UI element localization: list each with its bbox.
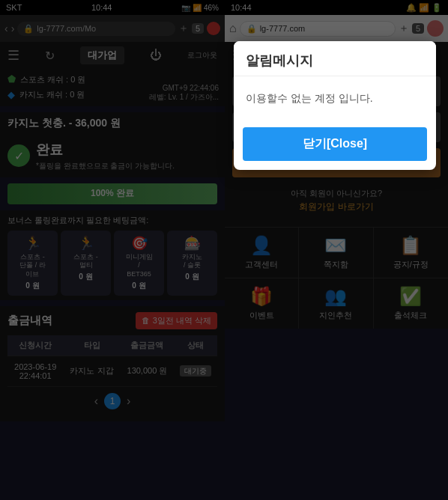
modal-message: 이용할수 없는 계정 입니다. <box>246 92 373 106</box>
modal-body: 이용할수 없는 계정 입니다. <box>234 76 436 121</box>
modal-footer: 닫기[Close] <box>234 121 436 170</box>
modal-header: 알림메시지 <box>234 41 436 76</box>
modal-dialog: 알림메시지 이용할수 없는 계정 입니다. 닫기[Close] <box>234 41 436 170</box>
modal-title: 알림메시지 <box>246 53 313 68</box>
modal-close-button[interactable]: 닫기[Close] <box>243 127 427 161</box>
modal-overlay[interactable]: 알림메시지 이용할수 없는 계정 입니다. 닫기[Close] <box>0 0 448 500</box>
